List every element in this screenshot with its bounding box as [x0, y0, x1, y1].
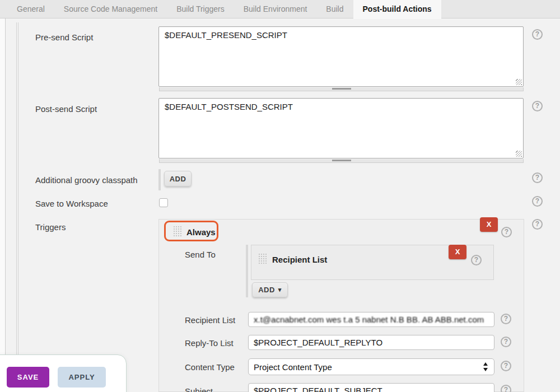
textarea-drag-handle[interactable] [159, 87, 524, 91]
recipient-list-label: Recipient List [185, 315, 235, 325]
repeatable-insert-bar [158, 169, 161, 190]
delete-recipient-provider-button[interactable]: x [449, 245, 466, 259]
add-recipient-provider-label: ADD [258, 286, 275, 294]
content-type-value: Project Content Type [254, 362, 332, 372]
drag-handle-icon[interactable] [173, 226, 182, 237]
content-type-select[interactable]: Project Content Type [248, 358, 494, 375]
help-icon[interactable]: ? [471, 255, 482, 265]
drag-nub-icon [332, 160, 351, 161]
save-button[interactable]: SAVE [7, 367, 49, 388]
tab-build-environment[interactable]: Build Environment [234, 0, 317, 18]
help-icon[interactable]: ? [501, 314, 511, 324]
tab-build[interactable]: Build [316, 0, 353, 18]
config-tab-bar: General Source Code Management Build Tri… [0, 0, 560, 18]
help-icon[interactable]: ? [532, 172, 543, 183]
add-classpath-button[interactable]: ADD [164, 171, 192, 186]
pre-send-script-textarea[interactable]: $DEFAULT_PRESEND_SCRIPT [158, 26, 524, 87]
section-rail [16, 22, 18, 354]
delete-trigger-button[interactable]: x [480, 217, 498, 232]
tab-build-triggers[interactable]: Build Triggers [167, 0, 234, 18]
repeatable-insert-bar [246, 245, 248, 297]
help-icon[interactable]: ? [532, 101, 543, 111]
help-icon[interactable]: ? [501, 385, 511, 392]
trigger-title: Always [186, 227, 216, 237]
help-icon[interactable]: ? [532, 29, 543, 40]
content-type-label: Content Type [185, 362, 235, 372]
save-to-workspace-label: Save to Workspace [35, 199, 108, 208]
send-to-label: Send To [185, 250, 216, 259]
recipient-list-input[interactable]: x.t@acnabnet.com wes t.a 5 nabnet N.B BB… [248, 312, 494, 327]
tab-general[interactable]: General [7, 0, 54, 18]
textarea-drag-handle[interactable] [159, 159, 524, 163]
help-icon[interactable]: ? [501, 361, 511, 371]
groovy-classpath-label: Additional groovy classpath [35, 175, 138, 185]
reply-to-list-input[interactable] [248, 335, 494, 350]
recipient-list-value: x.t@acnabnet.com wes t.a 5 nabnet N.B BB… [254, 315, 484, 324]
recipient-provider-title: Recipient List [272, 255, 327, 264]
reply-to-list-label: Reply-To List [185, 338, 234, 348]
help-icon[interactable]: ? [501, 337, 511, 347]
drag-nub-icon [332, 88, 351, 90]
subject-input[interactable] [248, 383, 494, 392]
jenkins-job-config-screen: General Source Code Management Build Tri… [0, 0, 560, 392]
post-send-script-label: Post-send Script [35, 104, 97, 114]
left-gutter [0, 18, 6, 392]
help-icon[interactable]: ? [532, 219, 543, 230]
select-arrows-icon [483, 362, 488, 372]
subject-label: Subject [185, 386, 213, 392]
save-to-workspace-checkbox[interactable] [159, 198, 168, 207]
triggers-label: Triggers [35, 222, 66, 232]
chevron-down-icon: ▾ [278, 286, 282, 293]
add-recipient-provider-button[interactable]: ADD▾ [252, 282, 288, 297]
tab-post-build-actions[interactable]: Post-build Actions [353, 0, 441, 19]
drag-handle-icon[interactable] [258, 253, 267, 264]
pre-send-script-label: Pre-send Script [35, 32, 93, 42]
help-icon[interactable]: ? [501, 227, 512, 237]
post-send-script-textarea[interactable]: $DEFAULT_POSTSEND_SCRIPT [158, 98, 524, 158]
apply-button[interactable]: APPLY [58, 367, 106, 388]
add-classpath-button-label: ADD [170, 175, 186, 183]
help-icon[interactable]: ? [532, 196, 543, 207]
tab-source-code-management[interactable]: Source Code Management [54, 0, 167, 18]
